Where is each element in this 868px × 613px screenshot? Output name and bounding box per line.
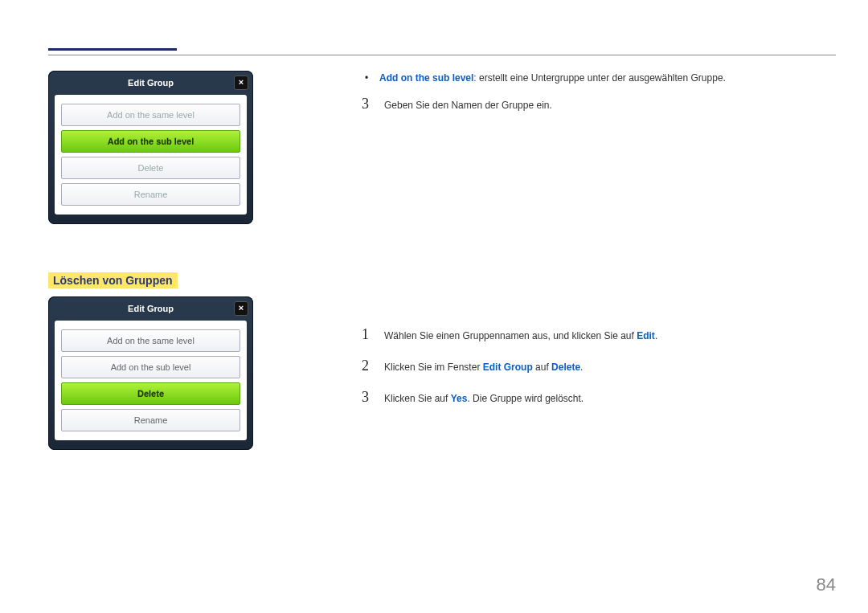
dialog-title: Edit Group [128,304,174,313]
header-accent-bar [48,48,177,51]
text: auf [533,362,551,373]
option-rename[interactable]: Rename [61,183,240,206]
page-number: 84 [817,574,836,595]
keyword-edit-group: Edit Group [483,362,533,373]
edit-group-dialog-2: Edit Group × Add on the same level Add o… [48,296,253,450]
content-area: Edit Group × Add on the same level Add o… [48,71,836,581]
step-text: Klicken Sie im Fenster Edit Group auf De… [384,360,583,374]
bullet-add-sub-level: • Add on the sub level: erstellt eine Un… [362,71,836,85]
step-text: Wählen Sie einen Gruppennamen aus, und k… [384,329,657,343]
option-add-same-level[interactable]: Add on the same level [61,329,240,352]
text: . [580,362,583,373]
step-text: Geben Sie den Namen der Gruppe ein. [384,98,552,112]
section-heading-delete-groups: Löschen von Gruppen [48,272,178,288]
left-column: Edit Group × Add on the same level Add o… [48,71,297,474]
header-rule [48,55,836,55]
step-row: 3 Klicken Sie auf Yes. Die Gruppe wird g… [362,386,836,408]
step-row: 3 Geben Sie den Namen der Gruppe ein. [362,93,836,115]
bullet-text: Add on the sub level: erstellt eine Unte… [379,71,726,85]
edit-group-dialog-1: Edit Group × Add on the same level Add o… [48,71,253,224]
option-add-same-level[interactable]: Add on the same level [61,104,240,126]
text: Klicken Sie auf [384,393,451,404]
text: . [655,330,657,341]
manual-page: Edit Group × Add on the same level Add o… [0,0,868,613]
keyword-add-sub-level: Add on the sub level [379,72,473,84]
dialog-options: Add on the same level Add on the sub lev… [55,321,247,440]
text: Wählen Sie einen Gruppennamen aus, und k… [384,330,637,341]
dialog-options: Add on the same level Add on the sub lev… [55,95,247,215]
step-number: 1 [362,324,373,345]
step-number: 3 [362,93,373,115]
close-icon[interactable]: × [234,301,248,316]
dialog-header: Edit Group × [48,71,253,95]
bullet-rest: : erstellt eine Untergruppe unter der au… [473,72,726,84]
option-rename[interactable]: Rename [61,409,240,431]
keyword-edit: Edit [637,330,655,341]
option-delete[interactable]: Delete [61,382,240,405]
option-delete[interactable]: Delete [61,157,240,179]
bullet-mark: • [362,71,371,85]
text: . Die Gruppe wird gelöscht. [467,393,583,404]
dialog-title: Edit Group [128,78,174,88]
close-icon[interactable]: × [234,76,248,90]
text: Klicken Sie im Fenster [384,362,483,373]
dialog-header: Edit Group × [48,296,253,321]
step-row: 1 Wählen Sie einen Gruppennamen aus, und… [362,324,836,345]
step-number: 3 [362,386,373,408]
step-row: 2 Klicken Sie im Fenster Edit Group auf … [362,355,836,377]
step-text: Klicken Sie auf Yes. Die Gruppe wird gel… [384,391,583,406]
step-number: 2 [362,355,373,377]
keyword-yes: Yes [451,393,468,404]
option-add-sub-level[interactable]: Add on the sub level [61,130,240,153]
right-column: • Add on the sub level: erstellt eine Un… [362,71,836,418]
spacer [362,125,836,317]
keyword-delete: Delete [551,362,580,373]
option-add-sub-level[interactable]: Add on the sub level [61,356,240,378]
